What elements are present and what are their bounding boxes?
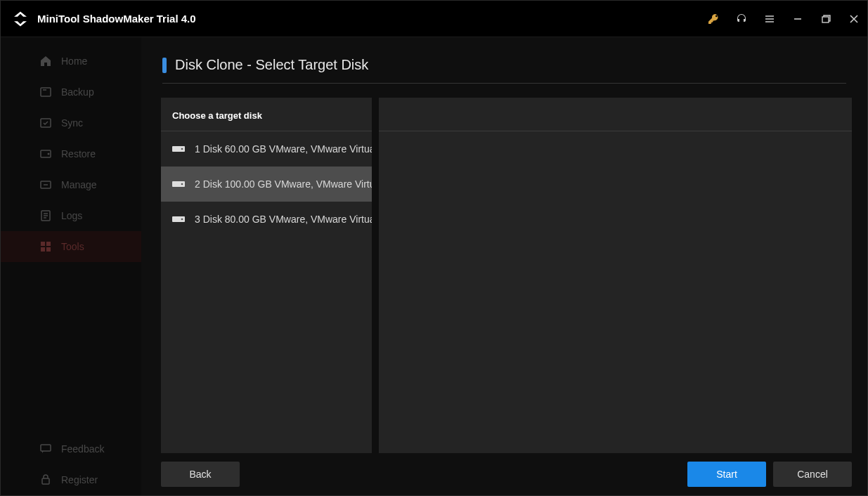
headset-icon[interactable]: [735, 13, 748, 25]
svg-point-4: [48, 153, 50, 155]
maximize-button[interactable]: [820, 13, 832, 25]
svg-rect-0: [822, 17, 829, 22]
svg-point-14: [181, 148, 183, 150]
sidebar-item-label: Logs: [61, 210, 82, 221]
app-logo-icon: [11, 9, 30, 29]
svg-point-16: [181, 183, 183, 185]
sidebar-item-label: Restore: [61, 148, 96, 159]
disk-select-panel: Choose a target disk 1 Disk 60.00 GB VMw…: [161, 98, 372, 453]
restore-icon: [39, 148, 52, 160]
sidebar-item-label: Register: [61, 474, 98, 485]
svg-rect-1: [41, 88, 51, 96]
tools-icon: [39, 240, 52, 253]
titlebar: MiniTool ShadowMaker Trial 4.0: [1, 1, 867, 37]
close-button[interactable]: [848, 13, 860, 25]
svg-rect-10: [46, 247, 51, 252]
disk-icon: [172, 215, 185, 223]
disk-icon: [172, 145, 185, 153]
start-button[interactable]: Start: [687, 462, 766, 487]
register-icon: [39, 474, 52, 486]
svg-rect-12: [42, 478, 49, 484]
manage-icon: [39, 178, 52, 191]
app-title: MiniTool ShadowMaker Trial 4.0: [37, 13, 707, 25]
back-button[interactable]: Back: [161, 462, 240, 487]
disk-label: 2 Disk 100.00 GB VMware, VMware Virtual …: [195, 178, 372, 190]
start-button-label: Start: [716, 469, 737, 480]
disk-item-1[interactable]: 1 Disk 60.00 GB VMware, VMware Virtual S…: [161, 131, 372, 167]
home-icon: [39, 55, 52, 67]
detail-header: [379, 98, 852, 131]
svg-rect-9: [41, 247, 45, 252]
cancel-button[interactable]: Cancel: [773, 462, 852, 487]
sidebar-item-backup[interactable]: Backup: [1, 77, 141, 107]
sidebar-item-logs[interactable]: Logs: [1, 200, 141, 231]
minimize-button[interactable]: [791, 13, 804, 25]
page-title: Disk Clone - Select Target Disk: [175, 57, 368, 73]
app-window: MiniTool ShadowMaker Trial 4.0: [0, 0, 868, 496]
sidebar-item-sync[interactable]: Sync: [1, 107, 141, 138]
sidebar-item-label: Sync: [61, 117, 83, 129]
sidebar-item-register[interactable]: Register: [1, 464, 141, 495]
title-accent: [162, 58, 167, 73]
disk-item-3[interactable]: 3 Disk 80.00 GB VMware, VMware Virtual S…: [161, 202, 372, 237]
sidebar-item-manage[interactable]: Manage: [1, 169, 141, 200]
sidebar-item-label: Tools: [61, 241, 84, 252]
sidebar-item-restore[interactable]: Restore: [1, 138, 141, 169]
sidebar-item-label: Feedback: [61, 443, 104, 455]
sidebar-item-label: Manage: [61, 179, 97, 190]
menu-icon[interactable]: [763, 13, 776, 25]
svg-rect-11: [41, 445, 51, 451]
key-icon[interactable]: [707, 13, 720, 25]
disk-icon: [172, 180, 185, 188]
svg-rect-8: [46, 242, 51, 246]
sidebar: Home Backup Sync Restore Manage Logs: [1, 37, 141, 495]
footer: Back Start Cancel: [141, 453, 867, 495]
sync-icon: [39, 117, 52, 129]
page-header: Disk Clone - Select Target Disk: [141, 37, 867, 91]
feedback-icon: [39, 443, 52, 455]
sidebar-item-feedback[interactable]: Feedback: [1, 433, 141, 464]
back-button-label: Back: [189, 469, 211, 480]
disk-item-2[interactable]: 2 Disk 100.00 GB VMware, VMware Virtual …: [161, 167, 372, 202]
svg-point-18: [181, 218, 183, 221]
sidebar-item-label: Backup: [61, 86, 94, 98]
logs-icon: [39, 209, 52, 222]
disk-list: 1 Disk 60.00 GB VMware, VMware Virtual S…: [161, 131, 372, 453]
disk-label: 3 Disk 80.00 GB VMware, VMware Virtual S…: [195, 214, 372, 225]
sidebar-item-tools[interactable]: Tools: [1, 231, 141, 262]
cancel-button-label: Cancel: [797, 469, 828, 480]
backup-icon: [39, 86, 52, 98]
sidebar-item-home[interactable]: Home: [1, 46, 141, 77]
panel-header: Choose a target disk: [161, 98, 372, 131]
sidebar-item-label: Home: [61, 56, 87, 67]
main-area: Disk Clone - Select Target Disk Choose a…: [141, 37, 867, 495]
svg-rect-7: [41, 242, 45, 246]
disk-label: 1 Disk 60.00 GB VMware, VMware Virtual S…: [195, 143, 372, 155]
titlebar-controls: [707, 13, 860, 25]
disk-detail-panel: [379, 98, 852, 453]
